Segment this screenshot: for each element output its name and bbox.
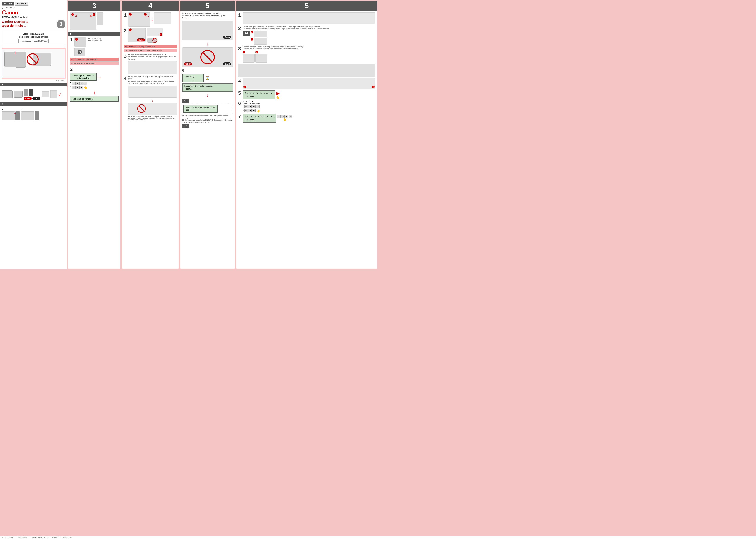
down-arrow-container: ↓ — [70, 90, 119, 95]
hand-icon-3: 👆 — [256, 109, 260, 112]
back-button-2[interactable]: ↩ — [71, 86, 75, 89]
model-mx490: MX490 series — [11, 16, 27, 19]
func-ok-btn[interactable]: OK — [289, 115, 293, 118]
cartridge-group: Color Black — [24, 89, 40, 100]
sub6-btn1-num: 1 — [243, 106, 244, 108]
cartridge-black-illus — [29, 89, 33, 96]
step2-num2: 2 — [21, 108, 39, 111]
paper-illus-col: 2 1 — [251, 31, 267, 44]
register-label-5b: Register the information — [245, 92, 273, 95]
sub6-back-btn-2[interactable]: ↩ — [244, 109, 248, 112]
btn1-label: 1 — [70, 82, 71, 85]
installed-illus — [128, 103, 177, 115]
cleaning-row: Cleaning ↓ ⌛ — [182, 74, 233, 82]
right-button-2[interactable]: ▶ — [79, 86, 83, 89]
func-left-btn[interactable]: ◀ — [281, 115, 285, 118]
num1-circle: 1 — [71, 13, 74, 16]
sec4-sub2-num: 2 — [124, 28, 127, 44]
doc-illus — [50, 90, 57, 98]
sub6-right-btn[interactable]: ▶ — [252, 105, 256, 108]
register-screen: Register the information [OK]Next — [182, 83, 233, 92]
size-value: * — [249, 101, 250, 103]
sec4-sub1-illus: 2 1 ↗ ↓ — [128, 12, 171, 27]
no-touch-svg — [146, 37, 157, 44]
down-arrow-5: ↓ — [182, 41, 233, 46]
cartridge-labels: Color Black — [24, 97, 40, 100]
holder-illus — [154, 12, 171, 24]
sec3-substep1-content: 1 EN 2 inches (5 cm) ES 2 pulgadas (5 cm… — [74, 37, 103, 56]
power-circle-icon: ⏻ — [78, 50, 82, 54]
ok-next-5b: [OK]Next — [245, 95, 273, 98]
install-cartridges-box: Install the cartridges pr 1687 — [182, 104, 233, 114]
sec3-substep2-num: 2 — [70, 66, 73, 72]
canon-logo: Canon — [2, 9, 65, 16]
right-arrow-icon: ▶ — [277, 91, 280, 96]
sub6-left-btn[interactable]: ◀ — [248, 105, 252, 108]
sub3-illus-row: 1 2 — [243, 51, 303, 63]
tape-warning-en: Be careful of ink on the protective tape… — [124, 45, 177, 48]
svg-line-6 — [139, 106, 144, 112]
a4-row: A4 2 1 — [243, 31, 330, 44]
language-bar: ENGLISH ESPAÑOL — [2, 2, 65, 6]
ctrl-buttons-2[interactable]: ↩ ◀ ▶ — [71, 85, 83, 89]
func-ctrl-btns[interactable]: ↩ ◀ ▶ OK — [277, 115, 293, 118]
sec4-sub1-num: 1 — [124, 12, 127, 27]
set-ink-screen: Set ink cartridge — [70, 96, 119, 102]
measure-en: EN 2 inches (5 cm) — [88, 38, 102, 39]
func-right-btn[interactable]: ▶ — [285, 115, 289, 118]
no-touch-illus — [146, 37, 157, 44]
sec4-sub4-num: 4 — [124, 76, 127, 120]
sub6-ok-btn[interactable]: OK — [256, 105, 260, 108]
sec5b-sub3: 3 EN Adjust the Paper Guide to fit the e… — [238, 46, 376, 63]
power-adapter-illus — [2, 90, 13, 98]
section-3-header: 3 — [68, 1, 121, 11]
a4-badge: A4 — [243, 31, 250, 36]
paper-front-illus: 1 — [251, 38, 267, 44]
sub6-ctrl-btns1[interactable]: ↩ ◀ ▶ OK — [244, 105, 260, 108]
sec4-substep3: 3 EN Insert the FINE Cartridge into the … — [124, 53, 177, 74]
english-button[interactable]: ENGLISH — [2, 2, 14, 6]
sec5b-sub1: 1 — [238, 12, 376, 24]
sec3-lang-select: Language selection ◀ English ▶ → — [70, 73, 119, 81]
espanol-button[interactable]: ESPAÑOL — [15, 2, 29, 6]
guide-title-en: Getting Started 1 — [2, 20, 65, 24]
num1-badge: 1 — [75, 38, 78, 40]
do-not-connect-en: Do not connect the USB cable yet. — [70, 57, 119, 61]
left-button[interactable]: ◀ — [75, 82, 79, 85]
section-4: 4 1 2 1 ↗ ↓ — [122, 1, 179, 269]
cartridge-out-illus — [35, 112, 39, 120]
num2-badge: 2 — [129, 13, 131, 16]
down-arrow-icon-4: ↓ — [152, 99, 154, 103]
ok-button[interactable]: OK — [83, 82, 87, 85]
section-5-left-body: EN Repeat 2 to 4 to install the other FI… — [180, 11, 235, 269]
lang-arrow-icon: → — [98, 75, 102, 79]
step2-sub2: 2 — [21, 108, 39, 120]
arrow-curved-icon: ↺ — [75, 14, 77, 18]
func-label: You can turn off the func — [245, 115, 274, 118]
sub6-ctrl-btns2[interactable]: ↩ ◀ ▶ — [244, 109, 256, 112]
lang-select-value: ◀ English ▶ — [73, 77, 94, 79]
install-cartridges-screen: Install the cartridges pr 1687 — [183, 105, 218, 113]
left-button-2[interactable]: ◀ — [75, 86, 79, 89]
svg-line-1 — [28, 55, 37, 63]
sub6-back-btn[interactable]: ↩ — [244, 105, 248, 108]
sec5b-sub2-num: 2 — [238, 26, 242, 44]
back-button[interactable]: ↩ — [71, 82, 75, 85]
func-back-btn[interactable]: ↩ — [277, 115, 281, 118]
step2-num1: 1 — [2, 108, 20, 111]
black-cartridge-illus: Black — [182, 21, 233, 40]
printer-open-top-illus: 2 1 ↗ — [128, 12, 150, 27]
sec4-sub4-text: EN Push the FINE Cartridge in and up fir… — [128, 76, 177, 85]
num2-badge-a4: 2 — [251, 31, 253, 34]
num2-badge-2: 2 — [160, 33, 162, 36]
right-button[interactable]: ▶ — [79, 82, 83, 85]
sec5b-sub7-num: 7 — [238, 114, 242, 122]
sec5b-sub7-content: You can turn off the func [OK]Next ↩ ◀ ▶… — [243, 114, 293, 122]
sec5b-sub2-text: EN Slide the Paper Guide to the end, the… — [243, 26, 330, 30]
sub6-right-btn-2[interactable]: ▶ — [252, 109, 256, 112]
sub6-left-btn-2[interactable]: ◀ — [248, 109, 252, 112]
size-type-row: Size: * ▶ Type: *Plain paper — [243, 101, 262, 105]
num1-badge-sub3: 1 — [243, 51, 245, 53]
video-url[interactable]: www.usa.canon.com/FAQVideo — [19, 39, 49, 43]
ctrl-buttons-1[interactable]: ↩ ◀ ▶ OK — [71, 82, 87, 85]
